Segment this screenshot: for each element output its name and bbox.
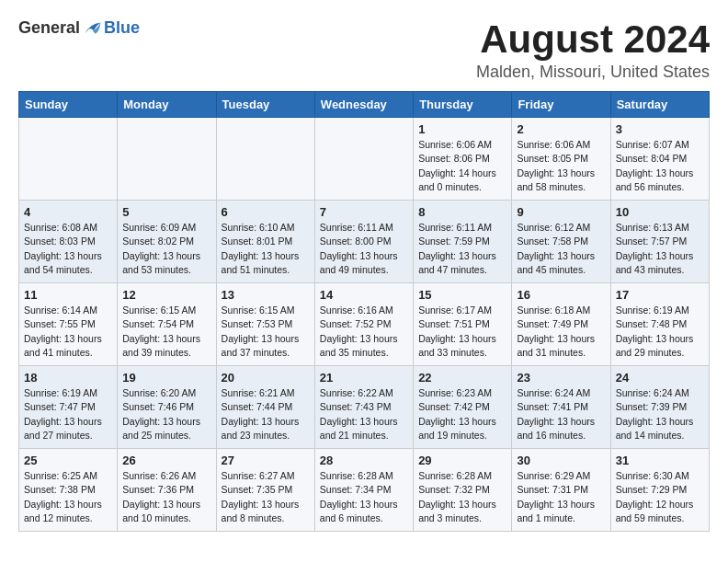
logo: General Blue xyxy=(18,18,140,38)
calendar-cell: 2Sunrise: 6:06 AMSunset: 8:05 PMDaylight… xyxy=(512,118,610,201)
day-number: 1 xyxy=(418,122,506,136)
weekday-header-tuesday: Tuesday xyxy=(216,92,314,118)
day-content: Sunrise: 6:06 AMSunset: 8:06 PMDaylight:… xyxy=(418,138,506,194)
calendar-cell: 29Sunrise: 6:28 AMSunset: 7:32 PMDayligh… xyxy=(414,449,512,532)
weekday-header-friday: Friday xyxy=(512,92,610,118)
title-block: August 2024 Malden, Missouri, United Sta… xyxy=(476,18,710,82)
calendar-cell: 26Sunrise: 6:26 AMSunset: 7:36 PMDayligh… xyxy=(118,449,216,532)
day-content: Sunrise: 6:24 AMSunset: 7:41 PMDaylight:… xyxy=(517,386,605,442)
calendar-cell: 21Sunrise: 6:22 AMSunset: 7:43 PMDayligh… xyxy=(314,366,413,449)
week-row-1: 1Sunrise: 6:06 AMSunset: 8:06 PMDaylight… xyxy=(19,118,710,201)
calendar-cell: 4Sunrise: 6:08 AMSunset: 8:03 PMDaylight… xyxy=(19,201,118,283)
calendar-cell: 6Sunrise: 6:10 AMSunset: 8:01 PMDaylight… xyxy=(216,201,314,283)
calendar-cell: 11Sunrise: 6:14 AMSunset: 7:55 PMDayligh… xyxy=(19,283,118,366)
day-number: 24 xyxy=(616,371,704,385)
day-content: Sunrise: 6:13 AMSunset: 7:57 PMDaylight:… xyxy=(616,221,704,277)
calendar-cell: 25Sunrise: 6:25 AMSunset: 7:38 PMDayligh… xyxy=(19,449,118,532)
calendar-cell: 17Sunrise: 6:19 AMSunset: 7:48 PMDayligh… xyxy=(610,283,709,366)
logo-general: General xyxy=(18,18,80,38)
calendar-cell: 14Sunrise: 6:16 AMSunset: 7:52 PMDayligh… xyxy=(314,283,413,366)
day-content: Sunrise: 6:26 AMSunset: 7:36 PMDaylight:… xyxy=(122,469,210,525)
day-number: 23 xyxy=(517,371,605,385)
calendar-cell xyxy=(19,118,118,201)
calendar-cell: 5Sunrise: 6:09 AMSunset: 8:02 PMDaylight… xyxy=(118,201,216,283)
day-content: Sunrise: 6:18 AMSunset: 7:49 PMDaylight:… xyxy=(517,304,605,360)
day-number: 2 xyxy=(517,122,605,136)
day-content: Sunrise: 6:22 AMSunset: 7:43 PMDaylight:… xyxy=(320,386,408,442)
day-content: Sunrise: 6:07 AMSunset: 8:04 PMDaylight:… xyxy=(616,138,704,194)
day-number: 14 xyxy=(320,288,408,302)
day-number: 13 xyxy=(222,288,310,302)
logo-blue: Blue xyxy=(104,18,140,38)
calendar-cell: 24Sunrise: 6:24 AMSunset: 7:39 PMDayligh… xyxy=(610,366,709,449)
week-row-2: 4Sunrise: 6:08 AMSunset: 8:03 PMDaylight… xyxy=(19,201,710,283)
day-number: 10 xyxy=(616,205,704,219)
day-number: 29 xyxy=(418,454,506,467)
weekday-header-monday: Monday xyxy=(118,92,216,118)
day-number: 25 xyxy=(24,454,112,467)
day-number: 27 xyxy=(222,454,310,467)
day-number: 7 xyxy=(320,205,408,219)
week-row-3: 11Sunrise: 6:14 AMSunset: 7:55 PMDayligh… xyxy=(19,283,710,366)
calendar-cell: 18Sunrise: 6:19 AMSunset: 7:47 PMDayligh… xyxy=(19,366,118,449)
week-row-5: 25Sunrise: 6:25 AMSunset: 7:38 PMDayligh… xyxy=(19,449,710,532)
calendar-cell: 23Sunrise: 6:24 AMSunset: 7:41 PMDayligh… xyxy=(512,366,610,449)
day-number: 9 xyxy=(517,205,605,219)
day-content: Sunrise: 6:28 AMSunset: 7:34 PMDaylight:… xyxy=(320,469,408,525)
day-content: Sunrise: 6:24 AMSunset: 7:39 PMDaylight:… xyxy=(616,386,704,442)
day-number: 6 xyxy=(222,205,310,219)
day-number: 8 xyxy=(418,205,506,219)
weekday-header-saturday: Saturday xyxy=(610,92,709,118)
day-number: 15 xyxy=(418,288,506,302)
calendar-cell: 10Sunrise: 6:13 AMSunset: 7:57 PMDayligh… xyxy=(610,201,709,283)
day-number: 5 xyxy=(122,205,210,219)
day-content: Sunrise: 6:15 AMSunset: 7:53 PMDaylight:… xyxy=(222,304,310,360)
calendar-cell: 12Sunrise: 6:15 AMSunset: 7:54 PMDayligh… xyxy=(118,283,216,366)
weekday-header-wednesday: Wednesday xyxy=(314,92,413,118)
calendar-cell: 1Sunrise: 6:06 AMSunset: 8:06 PMDaylight… xyxy=(414,118,512,201)
location-title: Malden, Missouri, United States xyxy=(476,63,710,82)
day-content: Sunrise: 6:11 AMSunset: 8:00 PMDaylight:… xyxy=(320,221,408,277)
day-number: 31 xyxy=(616,454,704,467)
day-number: 22 xyxy=(418,371,506,385)
day-number: 4 xyxy=(24,205,112,219)
logo-bird-icon xyxy=(82,20,102,37)
day-number: 28 xyxy=(320,454,408,467)
week-row-4: 18Sunrise: 6:19 AMSunset: 7:47 PMDayligh… xyxy=(19,366,710,449)
day-content: Sunrise: 6:19 AMSunset: 7:48 PMDaylight:… xyxy=(616,304,704,360)
calendar-cell: 15Sunrise: 6:17 AMSunset: 7:51 PMDayligh… xyxy=(414,283,512,366)
day-number: 30 xyxy=(517,454,605,467)
day-content: Sunrise: 6:20 AMSunset: 7:46 PMDaylight:… xyxy=(122,386,210,442)
month-title: August 2024 xyxy=(476,18,710,61)
calendar-cell xyxy=(216,118,314,201)
calendar-cell: 28Sunrise: 6:28 AMSunset: 7:34 PMDayligh… xyxy=(314,449,413,532)
calendar-cell: 27Sunrise: 6:27 AMSunset: 7:35 PMDayligh… xyxy=(216,449,314,532)
calendar-table: SundayMondayTuesdayWednesdayThursdayFrid… xyxy=(18,91,710,532)
day-number: 21 xyxy=(320,371,408,385)
weekday-header-row: SundayMondayTuesdayWednesdayThursdayFrid… xyxy=(19,92,710,118)
calendar-cell: 19Sunrise: 6:20 AMSunset: 7:46 PMDayligh… xyxy=(118,366,216,449)
weekday-header-sunday: Sunday xyxy=(19,92,118,118)
day-number: 17 xyxy=(616,288,704,302)
day-number: 26 xyxy=(122,454,210,467)
calendar-cell xyxy=(314,118,413,201)
day-content: Sunrise: 6:11 AMSunset: 7:59 PMDaylight:… xyxy=(418,221,506,277)
day-content: Sunrise: 6:25 AMSunset: 7:38 PMDaylight:… xyxy=(24,469,112,525)
day-content: Sunrise: 6:21 AMSunset: 7:44 PMDaylight:… xyxy=(222,386,310,442)
day-number: 20 xyxy=(222,371,310,385)
page-header: General Blue August 2024 Malden, Missour… xyxy=(18,18,710,82)
day-number: 12 xyxy=(122,288,210,302)
day-number: 16 xyxy=(517,288,605,302)
day-content: Sunrise: 6:06 AMSunset: 8:05 PMDaylight:… xyxy=(517,138,605,194)
day-content: Sunrise: 6:17 AMSunset: 7:51 PMDaylight:… xyxy=(418,304,506,360)
calendar-cell: 31Sunrise: 6:30 AMSunset: 7:29 PMDayligh… xyxy=(610,449,709,532)
day-content: Sunrise: 6:14 AMSunset: 7:55 PMDaylight:… xyxy=(24,304,112,360)
day-content: Sunrise: 6:16 AMSunset: 7:52 PMDaylight:… xyxy=(320,304,408,360)
day-number: 18 xyxy=(24,371,112,385)
day-content: Sunrise: 6:29 AMSunset: 7:31 PMDaylight:… xyxy=(517,469,605,525)
day-content: Sunrise: 6:15 AMSunset: 7:54 PMDaylight:… xyxy=(122,304,210,360)
calendar-cell: 16Sunrise: 6:18 AMSunset: 7:49 PMDayligh… xyxy=(512,283,610,366)
day-content: Sunrise: 6:30 AMSunset: 7:29 PMDaylight:… xyxy=(616,469,704,525)
day-content: Sunrise: 6:12 AMSunset: 7:58 PMDaylight:… xyxy=(517,221,605,277)
calendar-cell: 13Sunrise: 6:15 AMSunset: 7:53 PMDayligh… xyxy=(216,283,314,366)
